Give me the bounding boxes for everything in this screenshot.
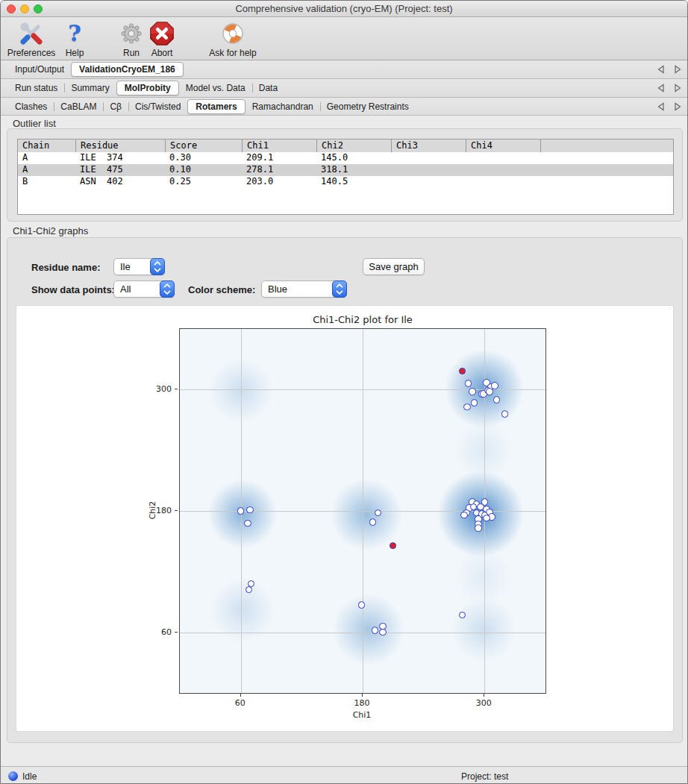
run-button[interactable]: Run	[117, 19, 146, 58]
cell-chi2: 318.1	[316, 164, 391, 176]
tabrow-validation-sections: Run statusSummaryMolProbityModel vs. Dat…	[1, 79, 687, 98]
table-row[interactable]: AILE 4750.10278.1318.1	[18, 164, 673, 176]
help-button[interactable]: ? Help	[60, 19, 89, 58]
ask-for-help-label: Ask for help	[209, 48, 256, 58]
cell-chain: A	[18, 164, 75, 176]
titlebar: Comprehensive validation (cryo-EM) (Proj…	[1, 1, 687, 17]
cell-residue: ILE 374	[75, 152, 165, 164]
color-scheme-select[interactable]: Blue	[261, 280, 347, 298]
chevron-up-down-icon	[160, 280, 175, 298]
outlier-point	[390, 542, 396, 549]
cell-chi1: 209.1	[242, 152, 316, 164]
x-tick	[484, 694, 484, 697]
data-point	[369, 518, 377, 526]
column-header-empty	[540, 139, 673, 152]
show-data-points-select[interactable]: All	[113, 280, 175, 298]
density-blob	[207, 478, 278, 550]
show-data-points-label: Show data points:	[31, 284, 115, 295]
y-tick	[175, 389, 178, 389]
tabrow-molprobity-sections: ClashesCaBLAMCβCis/TwistedRotamersRamach…	[1, 98, 687, 116]
preferences-button[interactable]: Preferences	[2, 19, 60, 58]
cell-score: 0.10	[165, 164, 242, 176]
project-label: Project: test	[461, 771, 508, 782]
data-point	[237, 507, 245, 515]
tab-cablam[interactable]: CaBLAM	[54, 99, 103, 114]
status-text: Idle	[22, 771, 37, 782]
color-scheme-label: Color scheme:	[188, 284, 255, 295]
data-point	[244, 520, 251, 527]
tab-clashes[interactable]: Clashes	[8, 99, 54, 114]
x-tick	[240, 694, 241, 697]
scroll-tabs-left-icon[interactable]	[657, 84, 664, 92]
scroll-tabs-right-icon[interactable]	[675, 65, 681, 74]
chevron-up-down-icon	[332, 280, 347, 298]
column-header-chi3[interactable]: Chi3	[391, 139, 466, 152]
data-point	[246, 507, 254, 514]
column-header-chain[interactable]: Chain	[18, 139, 75, 152]
column-header-chi1[interactable]: Chi1	[242, 139, 316, 152]
x-tick-label: 300	[476, 698, 492, 708]
residue-name-select[interactable]: Ile	[113, 258, 165, 275]
stop-x-icon	[149, 19, 175, 48]
outlier-table[interactable]: ChainResidueScoreChi1Chi2Chi3Chi4 AILE 3…	[17, 139, 674, 215]
tab-cis-twisted[interactable]: Cis/Twisted	[128, 99, 187, 114]
y-tick	[175, 632, 178, 633]
scroll-tabs-right-icon[interactable]	[675, 102, 681, 111]
abort-button[interactable]: Abort	[146, 19, 178, 58]
lifebuoy-icon	[220, 19, 246, 48]
tab-geometry-restraints[interactable]: Geometry Restraints	[320, 99, 416, 114]
tab-data[interactable]: Data	[252, 81, 284, 95]
tab-c-[interactable]: Cβ	[103, 99, 128, 114]
scroll-tabs-left-icon[interactable]	[657, 65, 664, 74]
table-row[interactable]: BASN 4020.25203.0140.5	[18, 176, 673, 188]
tab-molprobity[interactable]: MolProbity	[116, 81, 179, 95]
show-data-points-value: All	[114, 283, 131, 295]
cell-chain: B	[18, 176, 75, 188]
chi1-chi2-plot-panel: Chi1-Chi2 plot for Ile 6018030060180300C…	[16, 305, 674, 732]
ask-for-help-button[interactable]: Ask for help	[204, 19, 262, 58]
cell-chi2: 145.0	[316, 152, 391, 164]
run-label: Run	[123, 48, 140, 58]
data-point	[358, 601, 366, 609]
column-header-chi2[interactable]: Chi2	[316, 139, 391, 152]
save-graph-button[interactable]: Save graph	[363, 258, 425, 275]
preferences-label: Preferences	[7, 48, 56, 58]
column-header-residue[interactable]: Residue	[75, 139, 165, 152]
outlier-list-groupbox: ChainResidueScoreChi1Chi2Chi3Chi4 AILE 3…	[7, 128, 683, 222]
table-row[interactable]: AILE 3740.30209.1145.0	[18, 152, 673, 164]
tab-validationcryoem-186[interactable]: ValidationCryoEM_186	[71, 62, 184, 77]
tab-ramachandran[interactable]: Ramachandran	[246, 99, 320, 114]
cell-chi3	[391, 164, 466, 176]
scroll-tabs-right-icon[interactable]	[675, 84, 681, 92]
data-point	[483, 515, 490, 522]
column-header-score[interactable]: Score	[165, 139, 242, 152]
column-header-chi4[interactable]: Chi4	[466, 139, 540, 152]
graphs-section-label: Chi1-Chi2 graphs	[13, 225, 88, 236]
cell-chi2: 140.5	[316, 176, 391, 188]
plot-axes	[179, 328, 546, 694]
gear-icon	[119, 19, 144, 48]
gridline-horizontal	[180, 633, 545, 633]
data-point	[471, 399, 478, 407]
cell-chi1: 203.0	[242, 176, 316, 188]
cell-residue: ILE 475	[75, 164, 165, 176]
data-point	[469, 388, 476, 395]
help-label: Help	[66, 48, 84, 58]
cell-chi3	[391, 176, 466, 188]
data-point	[475, 524, 482, 532]
tab-run-status[interactable]: Run status	[8, 81, 64, 95]
tab-model-vs-data[interactable]: Model vs. Data	[179, 81, 252, 95]
color-scheme-value: Blue	[262, 283, 287, 295]
scroll-tabs-left-icon[interactable]	[657, 102, 664, 111]
x-tick	[362, 694, 363, 697]
cell-chi4	[466, 152, 540, 164]
x-tick-label: 180	[354, 698, 370, 708]
density-blob	[209, 577, 276, 644]
status-indicator-icon	[8, 771, 18, 781]
cell-chain: A	[18, 152, 75, 164]
tab-summary[interactable]: Summary	[64, 81, 116, 95]
tab-rotamers[interactable]: Rotamers	[187, 99, 245, 114]
tab-input-output[interactable]: Input/Output	[8, 62, 71, 77]
x-tick-label: 60	[235, 698, 246, 708]
cell-chi1: 278.1	[242, 164, 316, 176]
